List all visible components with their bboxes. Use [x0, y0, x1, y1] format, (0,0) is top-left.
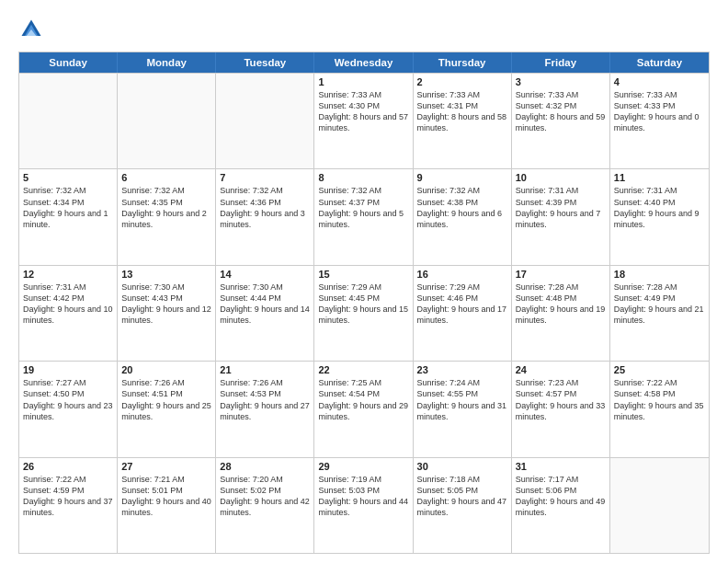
day-info: Sunrise: 7:32 AM Sunset: 4:36 PM Dayligh…	[220, 185, 310, 230]
calendar-cell: 30Sunrise: 7:18 AM Sunset: 5:05 PM Dayli…	[414, 458, 512, 553]
day-info: Sunrise: 7:33 AM Sunset: 4:33 PM Dayligh…	[614, 89, 705, 134]
day-number: 18	[614, 269, 705, 280]
day-info: Sunrise: 7:32 AM Sunset: 4:37 PM Dayligh…	[318, 185, 408, 230]
day-info: Sunrise: 7:29 AM Sunset: 4:45 PM Dayligh…	[318, 282, 408, 327]
day-info: Sunrise: 7:18 AM Sunset: 5:05 PM Dayligh…	[417, 474, 507, 519]
calendar-cell: 5Sunrise: 7:32 AM Sunset: 4:34 PM Daylig…	[19, 169, 118, 264]
day-info: Sunrise: 7:26 AM Sunset: 4:51 PM Dayligh…	[121, 377, 211, 422]
calendar-cell: 24Sunrise: 7:23 AM Sunset: 4:57 PM Dayli…	[512, 362, 610, 456]
day-info: Sunrise: 7:30 AM Sunset: 4:43 PM Dayligh…	[121, 282, 211, 327]
day-number: 1	[318, 76, 408, 87]
day-info: Sunrise: 7:17 AM Sunset: 5:06 PM Dayligh…	[516, 474, 606, 519]
calendar-cell: 14Sunrise: 7:30 AM Sunset: 4:44 PM Dayli…	[216, 266, 314, 361]
day-number: 17	[516, 269, 606, 280]
day-number: 19	[23, 364, 113, 375]
calendar-cell: 9Sunrise: 7:32 AM Sunset: 4:38 PM Daylig…	[414, 169, 512, 264]
calendar-body: 1Sunrise: 7:33 AM Sunset: 4:30 PM Daylig…	[19, 73, 709, 553]
weekday-header: Sunday	[19, 52, 118, 73]
day-info: Sunrise: 7:32 AM Sunset: 4:35 PM Dayligh…	[121, 185, 211, 230]
calendar-cell: 20Sunrise: 7:26 AM Sunset: 4:51 PM Dayli…	[118, 362, 216, 456]
calendar-cell: 7Sunrise: 7:32 AM Sunset: 4:36 PM Daylig…	[216, 169, 314, 264]
calendar-cell: 15Sunrise: 7:29 AM Sunset: 4:45 PM Dayli…	[314, 266, 413, 361]
calendar-row: 5Sunrise: 7:32 AM Sunset: 4:34 PM Daylig…	[19, 168, 709, 264]
page-header	[18, 17, 710, 42]
day-info: Sunrise: 7:28 AM Sunset: 4:49 PM Dayligh…	[614, 282, 705, 327]
weekday-header: Wednesday	[314, 52, 413, 73]
calendar: SundayMondayTuesdayWednesdayThursdayFrid…	[18, 52, 710, 554]
calendar-cell: 26Sunrise: 7:22 AM Sunset: 4:59 PM Dayli…	[19, 458, 118, 553]
day-info: Sunrise: 7:31 AM Sunset: 4:42 PM Dayligh…	[23, 282, 113, 327]
day-number: 22	[318, 364, 408, 375]
day-number: 9	[417, 172, 507, 183]
day-number: 6	[121, 172, 211, 183]
calendar-cell: 1Sunrise: 7:33 AM Sunset: 4:30 PM Daylig…	[314, 74, 413, 168]
calendar-cell: 8Sunrise: 7:32 AM Sunset: 4:37 PM Daylig…	[314, 169, 413, 264]
calendar-cell: 27Sunrise: 7:21 AM Sunset: 5:01 PM Dayli…	[118, 458, 216, 553]
calendar-cell	[216, 74, 314, 168]
day-info: Sunrise: 7:23 AM Sunset: 4:57 PM Dayligh…	[516, 377, 606, 422]
day-info: Sunrise: 7:33 AM Sunset: 4:31 PM Dayligh…	[417, 89, 507, 134]
day-info: Sunrise: 7:27 AM Sunset: 4:50 PM Dayligh…	[23, 377, 113, 422]
calendar-cell: 11Sunrise: 7:31 AM Sunset: 4:40 PM Dayli…	[610, 169, 709, 264]
day-info: Sunrise: 7:26 AM Sunset: 4:53 PM Dayligh…	[220, 377, 310, 422]
calendar-cell: 4Sunrise: 7:33 AM Sunset: 4:33 PM Daylig…	[610, 74, 709, 168]
day-info: Sunrise: 7:24 AM Sunset: 4:55 PM Dayligh…	[417, 377, 507, 422]
day-info: Sunrise: 7:28 AM Sunset: 4:48 PM Dayligh…	[516, 282, 606, 327]
day-number: 13	[121, 269, 211, 280]
calendar-row: 26Sunrise: 7:22 AM Sunset: 4:59 PM Dayli…	[19, 457, 709, 553]
day-info: Sunrise: 7:32 AM Sunset: 4:38 PM Dayligh…	[417, 185, 507, 230]
calendar-cell: 31Sunrise: 7:17 AM Sunset: 5:06 PM Dayli…	[512, 458, 610, 553]
calendar-cell	[19, 74, 118, 168]
calendar-cell: 2Sunrise: 7:33 AM Sunset: 4:31 PM Daylig…	[414, 74, 512, 168]
day-info: Sunrise: 7:21 AM Sunset: 5:01 PM Dayligh…	[121, 474, 211, 519]
calendar-cell: 17Sunrise: 7:28 AM Sunset: 4:48 PM Dayli…	[512, 266, 610, 361]
day-info: Sunrise: 7:33 AM Sunset: 4:32 PM Dayligh…	[516, 89, 606, 134]
day-number: 7	[220, 172, 310, 183]
day-number: 12	[23, 269, 113, 280]
calendar-cell: 29Sunrise: 7:19 AM Sunset: 5:03 PM Dayli…	[314, 458, 413, 553]
day-info: Sunrise: 7:33 AM Sunset: 4:30 PM Dayligh…	[318, 89, 408, 134]
day-info: Sunrise: 7:20 AM Sunset: 5:02 PM Dayligh…	[220, 474, 310, 519]
calendar-cell: 6Sunrise: 7:32 AM Sunset: 4:35 PM Daylig…	[118, 169, 216, 264]
calendar-row: 1Sunrise: 7:33 AM Sunset: 4:30 PM Daylig…	[19, 73, 709, 168]
calendar-cell: 19Sunrise: 7:27 AM Sunset: 4:50 PM Dayli…	[19, 362, 118, 456]
calendar-cell: 23Sunrise: 7:24 AM Sunset: 4:55 PM Dayli…	[414, 362, 512, 456]
day-number: 10	[516, 172, 606, 183]
calendar-cell: 12Sunrise: 7:31 AM Sunset: 4:42 PM Dayli…	[19, 266, 118, 361]
day-number: 2	[417, 76, 507, 87]
calendar-cell: 22Sunrise: 7:25 AM Sunset: 4:54 PM Dayli…	[314, 362, 413, 456]
calendar-cell	[610, 458, 709, 553]
day-number: 30	[417, 461, 507, 472]
weekday-header: Thursday	[414, 52, 512, 73]
day-number: 15	[318, 269, 408, 280]
day-info: Sunrise: 7:30 AM Sunset: 4:44 PM Dayligh…	[220, 282, 310, 327]
day-number: 4	[614, 76, 705, 87]
weekday-header: Saturday	[610, 52, 709, 73]
day-info: Sunrise: 7:29 AM Sunset: 4:46 PM Dayligh…	[417, 282, 507, 327]
calendar-cell: 3Sunrise: 7:33 AM Sunset: 4:32 PM Daylig…	[512, 74, 610, 168]
weekday-header: Tuesday	[216, 52, 314, 73]
weekday-header: Monday	[118, 52, 216, 73]
day-number: 11	[614, 172, 705, 183]
day-number: 3	[516, 76, 606, 87]
day-number: 28	[220, 461, 310, 472]
calendar-cell: 16Sunrise: 7:29 AM Sunset: 4:46 PM Dayli…	[414, 266, 512, 361]
day-number: 20	[121, 364, 211, 375]
calendar-cell: 28Sunrise: 7:20 AM Sunset: 5:02 PM Dayli…	[216, 458, 314, 553]
calendar-cell: 21Sunrise: 7:26 AM Sunset: 4:53 PM Dayli…	[216, 362, 314, 456]
day-info: Sunrise: 7:25 AM Sunset: 4:54 PM Dayligh…	[318, 377, 408, 422]
weekday-header: Friday	[512, 52, 610, 73]
day-number: 26	[23, 461, 113, 472]
logo-icon	[18, 17, 44, 42]
calendar-cell: 13Sunrise: 7:30 AM Sunset: 4:43 PM Dayli…	[118, 266, 216, 361]
logo	[18, 17, 48, 42]
day-number: 31	[516, 461, 606, 472]
day-number: 23	[417, 364, 507, 375]
calendar-row: 12Sunrise: 7:31 AM Sunset: 4:42 PM Dayli…	[19, 265, 709, 361]
day-info: Sunrise: 7:19 AM Sunset: 5:03 PM Dayligh…	[318, 474, 408, 519]
calendar-header: SundayMondayTuesdayWednesdayThursdayFrid…	[19, 52, 709, 73]
day-info: Sunrise: 7:31 AM Sunset: 4:40 PM Dayligh…	[614, 185, 705, 230]
day-number: 8	[318, 172, 408, 183]
calendar-cell	[118, 74, 216, 168]
calendar-cell: 10Sunrise: 7:31 AM Sunset: 4:39 PM Dayli…	[512, 169, 610, 264]
